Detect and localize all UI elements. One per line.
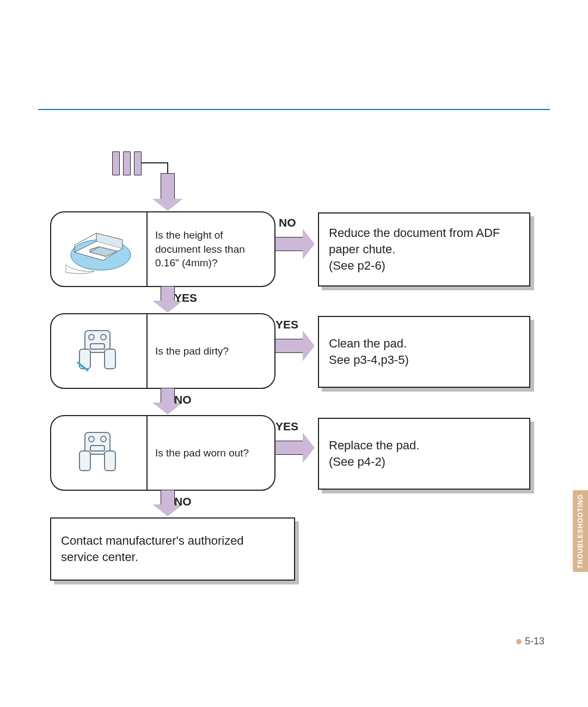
svg-rect-12 [105,451,115,471]
svg-rect-11 [79,451,90,471]
svg-point-3 [101,334,106,340]
arrow-right-icon [275,331,315,361]
page-number-text: 5-13 [525,636,544,647]
arrow-right-icon [275,432,315,463]
arrow-down-icon [152,173,183,211]
header-rule [38,109,550,110]
svg-rect-6 [105,349,115,369]
branch-label-down-3: NO [174,495,192,508]
action-text-final: Contact manufacturer's authorized servic… [61,533,284,565]
decision-box-1: Is the height of document less than 0.16… [50,211,275,287]
connector-line [141,162,168,164]
section-tab-label: TROUBLESHOOTING [577,494,584,569]
branch-label-right-3: YES [275,420,298,433]
svg-point-8 [89,436,94,442]
bullet-icon [516,639,522,644]
svg-point-9 [101,436,106,442]
action-text-3: Replace the pad. (See p4-2) [329,437,419,470]
branch-label-down-1: YES [174,291,197,304]
svg-point-2 [89,334,94,340]
decision-illustration-1 [51,212,148,286]
action-box-final: Contact manufacturer's authorized servic… [50,517,295,581]
action-box-1: Reduce the document from ADF paper chute… [318,212,530,287]
section-tab: TROUBLESHOOTING [573,490,588,572]
connector-line [167,162,169,174]
decision-question-1: Is the height of document less than 0.16… [148,212,274,286]
decision-box-2: Is the pad dirty? [50,313,275,389]
decision-question-2: Is the pad dirty? [148,314,274,388]
arrow-right-icon [275,229,315,259]
branch-label-right-1: NO [279,216,296,229]
action-box-2: Clean the pad. See p3-4,p3-5) [318,316,530,388]
decision-question-3: Is the pad worn out? [148,416,274,490]
svg-rect-4 [90,344,105,349]
action-box-3: Replace the pad. (See p4-2) [318,418,530,490]
start-marker-icon [112,151,142,175]
svg-rect-10 [90,446,105,451]
page-number: 5-13 [516,636,544,647]
decision-illustration-3 [51,416,148,490]
decision-box-3: Is the pad worn out? [50,415,275,491]
action-text-1: Reduce the document from ADF paper chute… [329,225,519,273]
action-text-2: Clean the pad. See p3-4,p3-5) [329,336,409,368]
decision-illustration-2 [51,314,148,388]
branch-label-down-2: NO [174,393,192,406]
branch-label-right-2: YES [275,318,298,331]
